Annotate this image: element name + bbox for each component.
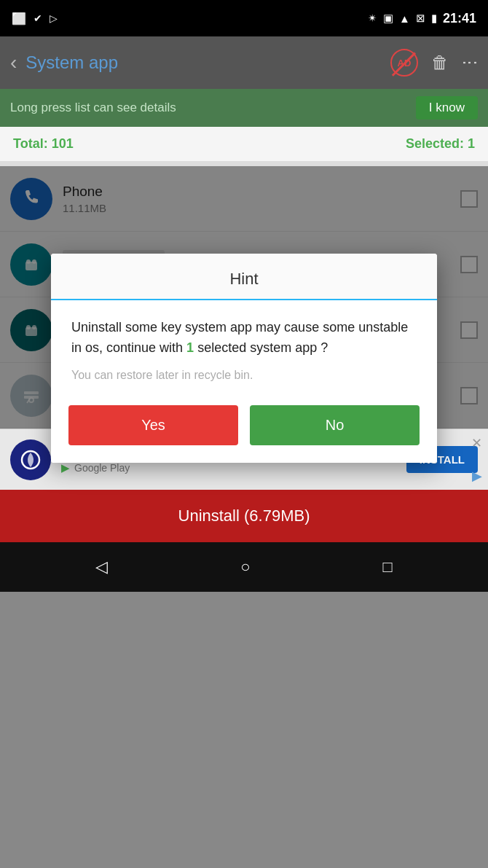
hint-dialog: Hint Uninstall some key system app may c…	[51, 254, 437, 463]
dialog-body: Uninstall some key system app may cause …	[51, 300, 437, 394]
bottom-nav: ◁ ○ □	[0, 542, 488, 592]
back-button[interactable]: ‹	[10, 51, 17, 74]
uninstall-bar[interactable]: Uninstall (6.79MB)	[0, 490, 488, 542]
status-bar-right-icons: ✴ ▣ ▲ ⊠ ▮ 21:41	[368, 11, 476, 26]
ad-close-icon[interactable]: ✕	[471, 435, 482, 451]
status-time: 21:41	[443, 11, 476, 26]
dialog-actions: Yes No	[51, 394, 437, 463]
selected-count: Selected: 1	[406, 136, 475, 152]
app-list-section: Phone 11.11MB	[0, 166, 488, 429]
nav-action-icons: AD 🗑 ⋮	[390, 49, 478, 77]
bluetooth-icon: ✴	[368, 12, 377, 25]
uninstall-label: Uninstall (6.79MB)	[178, 507, 310, 525]
check-icon: ✔	[34, 12, 42, 24]
ad-store-info: ▶ Google Play	[61, 461, 396, 474]
play-icon: ▷	[50, 12, 58, 24]
ad-block-icon: AD	[390, 49, 418, 77]
dialog-sub-text: You can restore later in recycle bin.	[71, 369, 417, 382]
yes-button[interactable]: Yes	[68, 405, 238, 445]
vpn-icon	[17, 447, 44, 473]
nav-bar: ‹ System app AD 🗑 ⋮	[0, 36, 488, 89]
dialog-main-text: Uninstall some key system app may cause …	[71, 318, 417, 359]
google-play-icon: ▶	[61, 461, 70, 474]
signal-off-icon: ⊠	[416, 12, 425, 25]
dialog-overlay: Hint Uninstall some key system app may c…	[0, 166, 488, 429]
no-button[interactable]: No	[250, 405, 420, 445]
more-icon[interactable]: ⋮	[462, 55, 478, 71]
dialog-title: Hint	[51, 254, 437, 300]
total-count: Total: 101	[13, 136, 74, 152]
status-bar: ⬜ ✔ ▷ ✴ ▣ ▲ ⊠ ▮ 21:41	[0, 0, 488, 36]
stats-row: Total: 101 Selected: 1	[0, 127, 488, 162]
battery-icon: ▮	[431, 12, 437, 25]
ad-app-icon	[10, 439, 51, 480]
back-nav-button[interactable]: ◁	[95, 558, 108, 576]
info-banner: Long press list can see details I know	[0, 89, 488, 127]
image-icon: ⬜	[12, 12, 26, 26]
wifi-icon: ▲	[399, 12, 410, 25]
home-nav-button[interactable]: ○	[240, 558, 250, 576]
banner-text: Long press list can see details	[10, 101, 176, 115]
trash-icon[interactable]: 🗑	[431, 52, 449, 73]
recent-nav-button[interactable]: □	[383, 558, 393, 576]
page-title: System app	[25, 52, 382, 73]
i-know-button[interactable]: I know	[416, 96, 478, 120]
vibrate-icon: ▣	[383, 12, 393, 25]
ad-play-icon: ▶	[472, 468, 482, 484]
status-bar-left-icons: ⬜ ✔ ▷	[12, 12, 58, 26]
